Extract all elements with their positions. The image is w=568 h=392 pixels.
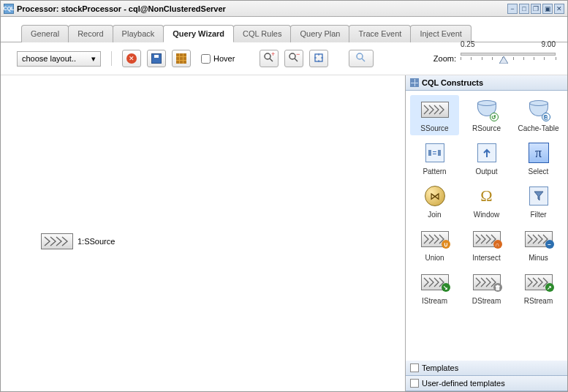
union-icon: ∪ (420, 227, 450, 251)
tab-query-wizard[interactable]: Query Wizard (163, 25, 234, 42)
construct-label: Filter (530, 211, 546, 219)
tab-query-plan[interactable]: Query Plan (290, 25, 349, 42)
palette-header-constructs[interactable]: CQL Constructs (406, 75, 567, 91)
construct-rstream[interactable]: ↗RStream (514, 268, 563, 308)
maximize-button[interactable]: ▣ (542, 4, 553, 14)
grid-icon (410, 78, 419, 87)
zoom-slider[interactable]: 0.25 9.00 (461, 48, 556, 69)
construct-dstream[interactable]: 🗑DStream (462, 268, 511, 308)
svg-point-0 (265, 53, 270, 59)
output-icon (472, 141, 501, 165)
zoom-min-label: 0.25 (461, 40, 474, 48)
fit-icon (314, 53, 324, 64)
layout-dropdown[interactable]: choose layout.. ▾ (17, 51, 101, 67)
restore-button[interactable]: ❐ (531, 4, 541, 14)
construct-label: Union (425, 254, 444, 262)
chevron-down-icon: ▾ (91, 54, 96, 64)
construct-window[interactable]: ΩWindow (462, 181, 511, 222)
hover-label: Hover (213, 54, 235, 63)
svg-text:+: + (271, 52, 275, 58)
hover-checkbox[interactable] (201, 54, 211, 64)
construct-label: Cache-Table (518, 124, 558, 132)
palette-section-label: User-defined templates (422, 379, 505, 388)
save-button[interactable] (147, 50, 166, 67)
palette-section-templates[interactable]: Templates (406, 361, 567, 376)
construct-label: SSource (420, 124, 448, 132)
fit-button[interactable] (309, 50, 328, 67)
cache-table-icon: ⎘ (524, 98, 553, 121)
delete-button[interactable]: ✕ (122, 50, 141, 67)
construct-label: Join (428, 211, 441, 219)
construct-pattern[interactable]: =Pattern (410, 138, 459, 178)
construct-minus[interactable]: −Minus (514, 225, 563, 265)
template-icon (410, 379, 419, 388)
grid-button[interactable] (172, 50, 191, 67)
tab-record[interactable]: Record (68, 25, 113, 42)
construct-label: Pattern (423, 167, 446, 176)
zoom-max-label: 9.00 (542, 40, 556, 48)
palette-body: SSource↺RSource⎘Cache-Table=PatternOutpu… (406, 91, 567, 361)
svg-point-3 (289, 53, 295, 59)
construct-rsource[interactable]: ↺RSource (462, 95, 511, 135)
dstream-icon: 🗑 (472, 271, 501, 294)
construct-union[interactable]: ∪Union (410, 225, 459, 265)
window-icon: Ω (472, 184, 501, 208)
content-area: 1:SSource CQL Constructs SSource↺RSource… (1, 75, 567, 391)
layout-dropdown-label: choose layout.. (22, 54, 76, 63)
zoom-out-icon: − (288, 52, 300, 65)
select-icon: π (524, 141, 553, 165)
construct-label: Window (474, 211, 500, 219)
construct-label: Select (529, 167, 549, 176)
palette-title: CQL Constructs (422, 78, 483, 87)
construct-cache-table[interactable]: ⎘Cache-Table (514, 95, 563, 135)
zoom-label: Zoom: (433, 54, 456, 63)
titlebar: CQL Processor: stockProcessor - cql@NonC… (1, 1, 567, 17)
filter-icon (524, 184, 553, 208)
palette-section-user-templates[interactable]: User-defined templates (406, 376, 567, 391)
query-canvas[interactable]: 1:SSource (1, 75, 405, 391)
construct-istream[interactable]: ↘IStream (410, 268, 459, 308)
construct-filter[interactable]: Filter (514, 181, 563, 222)
search-button[interactable] (349, 50, 374, 67)
minus-icon: − (524, 227, 553, 251)
ssource-icon (420, 98, 450, 121)
rsource-icon: ↺ (472, 98, 501, 121)
pattern-icon: = (420, 141, 450, 165)
grid-icon (176, 53, 186, 64)
tab-trace-event[interactable]: Trace Event (349, 25, 411, 42)
construct-label: Output (475, 167, 497, 176)
construct-label: RSource (472, 124, 501, 132)
maximize-inner-button[interactable]: □ (519, 4, 529, 14)
ssource-node-icon (41, 233, 73, 249)
construct-ssource[interactable]: SSource (410, 95, 459, 135)
minimize-button[interactable]: − (507, 4, 518, 14)
canvas-node-ssource[interactable]: 1:SSource (41, 233, 115, 249)
intersect-icon: ∩ (472, 227, 501, 251)
save-icon (151, 53, 162, 64)
tab-playback[interactable]: Playback (113, 25, 164, 42)
svg-marker-13 (499, 56, 508, 64)
construct-intersect[interactable]: ∩Intersect (462, 225, 511, 265)
tab-cql-rules[interactable]: CQL Rules (233, 25, 291, 42)
palette: CQL Constructs SSource↺RSource⎘Cache-Tab… (405, 75, 567, 391)
tab-general[interactable]: General (21, 25, 69, 42)
construct-join[interactable]: ⋈Join (410, 181, 459, 222)
zoom-in-icon: + (263, 52, 275, 65)
delete-icon: ✕ (126, 53, 137, 64)
construct-select[interactable]: πSelect (514, 138, 563, 178)
toolbar: choose layout.. ▾ ✕ Hover + (1, 42, 567, 75)
construct-label: Intersect (472, 254, 500, 262)
close-button[interactable]: ✕ (554, 4, 564, 14)
svg-line-12 (362, 59, 365, 61)
toolbar-separator (111, 51, 112, 66)
zoom-in-button[interactable]: + (260, 50, 279, 67)
zoom-out-button[interactable]: − (284, 50, 303, 67)
construct-output[interactable]: Output (462, 138, 511, 178)
join-icon: ⋈ (420, 184, 450, 208)
svg-line-4 (295, 59, 298, 61)
search-icon (355, 52, 367, 65)
zoom-controls: Zoom: 0.25 9.00 (433, 48, 556, 69)
app-icon: CQL (4, 4, 14, 14)
window-controls: − □ ❐ ▣ ✕ (507, 4, 564, 14)
construct-label: DStream (472, 297, 501, 305)
